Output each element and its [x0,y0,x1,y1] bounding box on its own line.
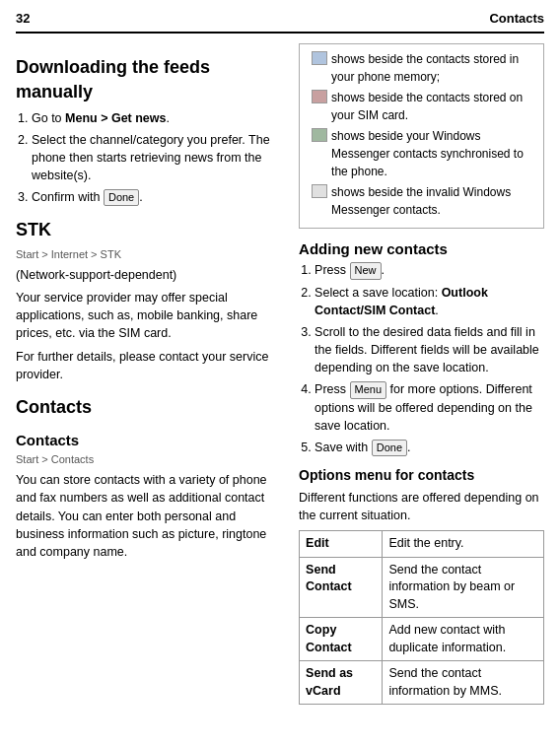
stk-network-note: (Network-support-dependent) [16,266,287,284]
new-key: New [350,262,382,279]
right-column: shows beside the contacts stored in your… [299,43,544,705]
add-step-5: Save with Done. [315,439,544,456]
options-table-body: Edit Edit the entry. Send Contact Send t… [300,531,544,705]
table-row: Send as vCard Send the contact informati… [300,661,544,705]
adding-contacts-steps: Press New. Select a save location: Outlo… [299,261,544,456]
stk-heading: STK [16,218,287,242]
step-3: Confirm with Done. [32,188,287,206]
step-1: Go to Menu > Get news. [32,109,287,127]
page-number: 32 [16,10,30,28]
table-row: Copy Contact Add new contact with duplic… [300,618,544,661]
downloading-steps: Go to Menu > Get news. Select the channe… [16,109,287,207]
sim-icon [312,90,327,103]
phone-icon [312,51,327,65]
invalid-icon [312,184,327,198]
info-list: shows beside the contacts stored in your… [308,50,535,219]
left-column: Downloading the feeds manually Go to Men… [16,43,287,705]
table-row: Send Contact Send the contact informatio… [300,557,544,618]
page-header: 32 Contacts [16,10,544,34]
add-step-3: Scroll to the desired data fields and fi… [315,323,544,376]
options-menu-heading: Options menu for contacts [299,466,544,486]
info-item-sim: shows beside the contacts stored on your… [312,89,535,124]
downloading-heading: Downloading the feeds manually [16,55,287,104]
stk-body-1: Your service provider may offer special … [16,289,287,342]
done-key-2: Done [372,440,407,456]
table-row: Edit Edit the entry. [300,531,544,558]
windows-icon [312,128,327,142]
add-step-2: Select a save location: Outlook Contact/… [315,284,544,319]
contacts-sub-heading: Contacts [16,430,287,450]
option-send-contact-desc: Send the contact information by beam or … [383,557,544,618]
stk-breadcrumb: Start > Internet > STK [16,247,287,262]
step-2: Select the channel/category you prefer. … [32,131,287,184]
add-step-1: Press New. [315,261,544,279]
info-item-invalid: shows beside the invalid Windows Messeng… [312,183,535,219]
contacts-breadcrumb: Start > Contacts [16,452,287,467]
option-send-vcard-desc: Send the contact information by MMS. [383,661,544,705]
info-item-phone: shows beside the contacts stored in your… [312,50,535,86]
options-description: Different functions are offered dependin… [299,489,544,524]
contacts-body: You can store contacts with a variety of… [16,471,287,561]
stk-body-2: For further details, please contact your… [16,348,287,383]
done-key: Done [104,189,139,206]
option-send-vcard-label: Send as vCard [300,661,383,705]
option-edit-desc: Edit the entry. [383,531,544,558]
adding-contacts-heading: Adding new contacts [299,238,544,259]
main-content: Downloading the feeds manually Go to Men… [16,43,544,705]
option-edit-label: Edit [300,531,383,558]
add-step-4: Press Menu for more options. Different o… [315,380,544,435]
option-copy-contact-label: Copy Contact [300,618,383,661]
option-copy-contact-desc: Add new contact with duplicate informati… [383,618,544,661]
save-location-label: Outlook Contact/SIM Contact [315,286,488,317]
option-send-contact-label: Send Contact [300,557,383,618]
step1-menu: Menu > Get news [65,111,166,125]
options-table: Edit Edit the entry. Send Contact Send t… [299,530,544,705]
info-item-win: shows beside your Windows Messenger cont… [312,127,535,180]
chapter-title: Contacts [489,10,544,28]
contacts-section-heading: Contacts [16,395,287,420]
menu-key: Menu [350,381,387,398]
info-box: shows beside the contacts stored in your… [299,43,544,229]
